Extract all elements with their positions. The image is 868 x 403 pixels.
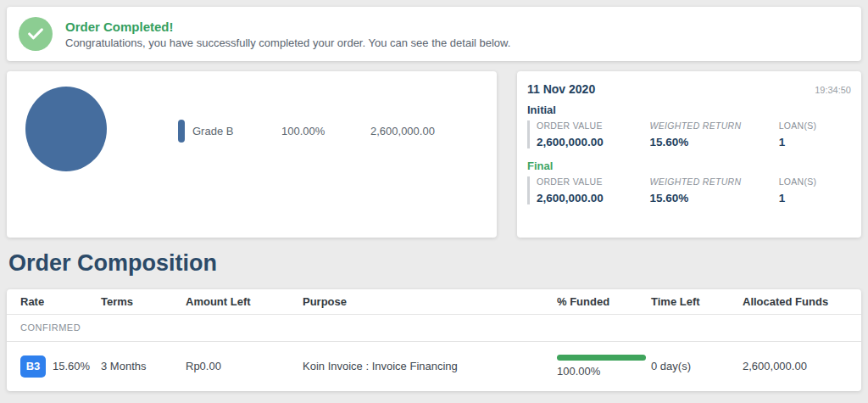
stat-loans: LOAN(S) 1 <box>779 176 851 204</box>
stat-order-value: ORDER VALUE 2,600,000.00 <box>537 176 650 204</box>
stat-value: 2,600,000.00 <box>537 136 650 148</box>
order-summary-card: 11 Nov 2020 19:34:50 Initial ORDER VALUE… <box>517 71 861 238</box>
summary-header: 11 Nov 2020 19:34:50 <box>527 82 851 96</box>
section-title-initial: Initial <box>527 104 851 116</box>
initial-stats: ORDER VALUE 2,600,000.00 WEIGHTED RETURN… <box>527 120 851 148</box>
amount-left-cell: Rp0.00 <box>181 360 298 372</box>
funded-progress-bar <box>557 355 646 361</box>
terms-cell: 3 Months <box>96 360 181 372</box>
column-header-terms: Terms <box>96 295 181 308</box>
stat-label: ORDER VALUE <box>537 120 650 131</box>
stat-value: 2,600,000.00 <box>537 192 650 204</box>
legend-amount: 2,600,000.00 <box>370 125 435 137</box>
stat-value: 15.60% <box>650 192 779 204</box>
check-circle-icon <box>19 17 53 51</box>
stat-label: LOAN(S) <box>779 176 851 187</box>
stat-order-value: ORDER VALUE 2,600,000.00 <box>537 120 650 148</box>
funded-progress-fill <box>557 355 646 361</box>
stat-loans: LOAN(S) 1 <box>779 120 851 148</box>
banner-title: Order Completed! <box>65 20 510 34</box>
summary-date: 11 Nov 2020 <box>527 82 595 96</box>
allocation-chart-card: Grade B 100.00% 2,600,000.00 <box>7 71 497 238</box>
column-header-funded: % Funded <box>552 295 646 308</box>
table-row[interactable]: B3 15.60% 3 Months Rp0.00 Koin Invoice :… <box>7 342 861 391</box>
legend-marker-grade-b <box>178 120 185 143</box>
legend-percent: 100.00% <box>281 125 370 137</box>
column-header-allocated-funds: Allocated Funds <box>737 295 853 308</box>
pie-legend-row: Grade B 100.00% 2,600,000.00 <box>178 120 466 143</box>
grade-badge: B3 <box>20 355 46 378</box>
column-header-rate: Rate <box>15 295 96 308</box>
stat-weighted-return: WEIGHTED RETURN 15.60% <box>650 176 779 204</box>
stat-label: LOAN(S) <box>779 120 851 131</box>
detail-cards-row: Grade B 100.00% 2,600,000.00 11 Nov 2020… <box>7 71 861 238</box>
section-title-final: Final <box>527 160 851 172</box>
page: Order Completed! Congratulations, you ha… <box>0 0 868 403</box>
legend-label: Grade B <box>192 125 281 137</box>
order-completed-banner: Order Completed! Congratulations, you ha… <box>7 7 861 61</box>
page-title: Order Composition <box>8 251 860 277</box>
allocated-funds-cell: 2,600,000.00 <box>737 360 853 372</box>
banner-subtitle: Congratulations, you have successfully c… <box>65 36 510 49</box>
stat-value: 1 <box>779 136 851 148</box>
stat-label: WEIGHTED RETURN <box>650 120 779 131</box>
stat-weighted-return: WEIGHTED RETURN 15.60% <box>650 120 779 148</box>
column-header-time-left: Time Left <box>646 295 737 308</box>
summary-section-initial: Initial ORDER VALUE 2,600,000.00 WEIGHTE… <box>527 104 851 148</box>
rate-value: 15.60% <box>53 360 90 372</box>
time-left-cell: 0 day(s) <box>646 360 737 372</box>
table-header-row: Rate Terms Amount Left Purpose % Funded … <box>7 289 861 315</box>
banner-text: Order Completed! Congratulations, you ha… <box>65 20 510 49</box>
funded-cell: 100.00% <box>552 355 646 378</box>
stat-label: ORDER VALUE <box>537 176 650 187</box>
stat-value: 1 <box>779 192 851 204</box>
funded-percent-label: 100.00% <box>557 365 646 378</box>
purpose-cell: Koin Invoice : Invoice Financing <box>298 360 552 372</box>
stat-value: 15.60% <box>650 136 779 148</box>
column-header-purpose: Purpose <box>298 295 552 308</box>
order-composition-table: Rate Terms Amount Left Purpose % Funded … <box>7 289 861 391</box>
rate-cell: B3 15.60% <box>15 355 96 378</box>
allocation-pie-chart <box>25 87 107 171</box>
summary-time: 19:34:50 <box>815 85 851 95</box>
group-row-confirmed: CONFIRMED <box>7 315 861 342</box>
final-stats: ORDER VALUE 2,600,000.00 WEIGHTED RETURN… <box>527 176 851 204</box>
column-header-amount-left: Amount Left <box>181 295 298 308</box>
summary-section-final: Final ORDER VALUE 2,600,000.00 WEIGHTED … <box>527 160 851 204</box>
stat-label: WEIGHTED RETURN <box>650 176 779 187</box>
